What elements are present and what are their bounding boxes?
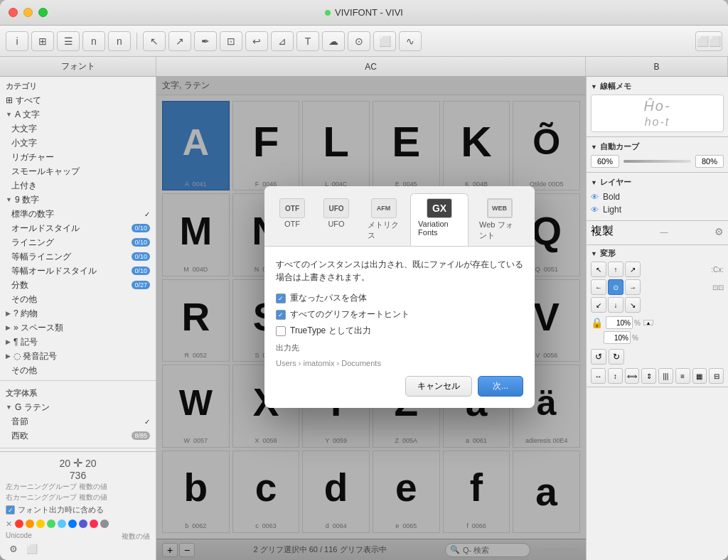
text-tool[interactable]: T bbox=[296, 31, 319, 51]
list-button[interactable]: ☰ bbox=[57, 31, 80, 51]
scale-y-input[interactable] bbox=[604, 331, 631, 344]
color-dot-lightblue[interactable] bbox=[58, 519, 66, 528]
sidebar-item-oldstyle[interactable]: オールドスタイル 0/10 bbox=[0, 221, 156, 235]
align-v-button[interactable]: ⇕ bbox=[641, 368, 656, 384]
glyph-cell-b[interactable]: b b 0062 bbox=[162, 451, 230, 533]
tab-otf[interactable]: OTF OTF bbox=[272, 193, 313, 246]
sidebar-item-lining[interactable]: ライニング 0/10 bbox=[0, 235, 156, 249]
color-dot-gray[interactable] bbox=[100, 519, 109, 528]
nudge-bl-button[interactable]: ↙ bbox=[591, 297, 606, 313]
rect-tool[interactable]: ⊡ bbox=[220, 31, 242, 51]
tab-web[interactable]: WEB Web フォント bbox=[471, 193, 528, 246]
nudge-right-button[interactable]: → bbox=[625, 279, 641, 295]
info-button[interactable]: i bbox=[6, 31, 28, 51]
add-glyph-button[interactable]: + bbox=[162, 543, 178, 557]
flip-h-button[interactable]: ↔ bbox=[591, 368, 606, 384]
sidebar-item-lowercase[interactable]: 小文字 bbox=[0, 136, 156, 150]
sidebar-item-characters[interactable]: ▼ A 文字 bbox=[0, 107, 156, 122]
sidebar-item-tabular-lining[interactable]: 等幅ライニング 0/10 bbox=[0, 249, 156, 264]
minimize-button[interactable] bbox=[23, 8, 33, 17]
curve-input-1[interactable] bbox=[591, 155, 619, 168]
eye-icon-bold[interactable]: 👁 bbox=[591, 193, 599, 201]
curve-slider[interactable] bbox=[623, 160, 691, 163]
cursor-tool[interactable]: ↖ bbox=[143, 31, 166, 51]
glyph-cell-a2[interactable]: a bbox=[513, 451, 580, 533]
select-tool[interactable]: ↗ bbox=[168, 31, 191, 51]
nudge-tr-button[interactable]: ↗ bbox=[625, 262, 641, 277]
sidebar-item-superior[interactable]: 上付き bbox=[0, 178, 156, 193]
glyph-cell-Otilde[interactable]: Õ Otilde 00D5 bbox=[513, 101, 580, 190]
undo-tool[interactable]: ↩ bbox=[245, 31, 268, 51]
tab-metrics[interactable]: AFM メトリクス bbox=[360, 193, 407, 246]
maximize-button[interactable] bbox=[38, 8, 48, 17]
sidebar-item-other[interactable]: その他 bbox=[0, 363, 156, 377]
settings-gear-button[interactable]: ⚙ bbox=[6, 542, 21, 556]
sidebar-item-standard-nums[interactable]: 標準の数字 ✓ bbox=[0, 207, 156, 221]
nudge-tl-button[interactable]: ↖ bbox=[591, 262, 606, 277]
distribute-h-button[interactable]: ||| bbox=[658, 368, 673, 384]
cloud-tool[interactable]: ☁ bbox=[322, 31, 345, 51]
checkbox-autohint[interactable]: ✓ bbox=[276, 310, 286, 320]
glyph-cell-F[interactable]: F F 0046 bbox=[232, 101, 300, 190]
distribute-v-button[interactable]: ≡ bbox=[675, 368, 690, 384]
scale-x-input[interactable] bbox=[606, 316, 633, 329]
glyph-cell-M[interactable]: M M 004D bbox=[162, 193, 230, 276]
sidebar-item-smallcap[interactable]: スモールキャップ bbox=[0, 164, 156, 178]
font-output-checkbox[interactable]: ✓ bbox=[6, 505, 15, 515]
color-x-button[interactable]: ✕ bbox=[6, 519, 12, 529]
sidebar-item-western[interactable]: 西欧 8/85 bbox=[0, 429, 156, 443]
glyph-cell-L[interactable]: L L 004C bbox=[302, 101, 370, 190]
color-dot-blue[interactable] bbox=[68, 519, 77, 528]
sidebar-item-other-nums[interactable]: その他 bbox=[0, 292, 156, 306]
sidebar-item-numbers[interactable]: ▼ 9 数字 bbox=[0, 193, 156, 207]
color-dot-green[interactable] bbox=[47, 519, 55, 528]
export-button[interactable]: ⬜ bbox=[24, 542, 40, 556]
align-h-button[interactable]: ⟺ bbox=[625, 368, 640, 384]
grid-button-2[interactable]: ⊟ bbox=[709, 368, 724, 384]
nudge-br-button[interactable]: ↘ bbox=[625, 297, 641, 313]
next-button[interactable]: 次... bbox=[478, 376, 523, 397]
curve-tool[interactable]: ∿ bbox=[399, 31, 422, 51]
rotate-ccw-button[interactable]: ↺ bbox=[591, 349, 606, 365]
color-dot-yellow[interactable] bbox=[36, 519, 45, 528]
search-box[interactable]: 🔍 bbox=[445, 543, 530, 557]
tab-variation[interactable]: GX Variation Fonts bbox=[410, 193, 469, 246]
stroke-memo-header[interactable]: ▼ 線幅メモ bbox=[591, 81, 724, 92]
glyph-cell-K[interactable]: K K 004B bbox=[443, 101, 510, 190]
sidebar-item-diacritics[interactable]: ▶ ◌ 発音記号 bbox=[0, 349, 156, 363]
close-button[interactable] bbox=[9, 8, 18, 17]
color-dot-red[interactable] bbox=[15, 519, 23, 528]
flip-v-button[interactable]: ↕ bbox=[608, 368, 623, 384]
preview2-button[interactable]: n bbox=[108, 31, 131, 51]
rect2-tool[interactable]: ⬜ bbox=[373, 31, 396, 51]
grid-button[interactable]: ⊞ bbox=[31, 31, 54, 51]
sidebar-item-ligature[interactable]: リガチャー bbox=[0, 150, 156, 164]
preview-button[interactable]: n bbox=[82, 31, 105, 51]
checkbox-merge-paths[interactable]: ✓ bbox=[276, 294, 286, 303]
glyph-cell-E[interactable]: E E 0045 bbox=[373, 101, 440, 190]
glyph-cell-e[interactable]: e e 0065 bbox=[373, 451, 440, 533]
rotate-cw-button[interactable]: ↻ bbox=[609, 349, 624, 365]
checkbox-truetype[interactable] bbox=[276, 326, 286, 336]
nudge-left-button[interactable]: ← bbox=[591, 279, 606, 295]
eye-icon-light[interactable]: 👁 bbox=[591, 205, 599, 214]
sidebar-item-latin[interactable]: ▼ G ラテン bbox=[0, 400, 156, 414]
sidebar-item-symbols[interactable]: ▶ ¶ 記号 bbox=[0, 335, 156, 349]
zoom-tool[interactable]: ⊙ bbox=[348, 31, 370, 51]
sidebar-item-uppercase[interactable]: 大文字 bbox=[0, 122, 156, 136]
sidebar-item-fractions[interactable]: 分数 0/27 bbox=[0, 278, 156, 292]
glyph-cell-f[interactable]: f f 0066 bbox=[443, 451, 510, 533]
tab-ufo[interactable]: UFO UFO bbox=[316, 193, 357, 246]
sidebar-item-all[interactable]: ⊞ すべて bbox=[0, 93, 156, 107]
color-dot-pink[interactable] bbox=[90, 519, 98, 528]
lock-icon[interactable]: 🔒 bbox=[591, 317, 603, 328]
sidebar-item-spaces[interactable]: ▶ » スペース類 bbox=[0, 321, 156, 335]
measure-tool[interactable]: ⊿ bbox=[271, 31, 294, 51]
curve-input-2[interactable] bbox=[695, 155, 724, 168]
scroll-slider[interactable] bbox=[537, 548, 580, 552]
glyph-cell-d[interactable]: d d 0064 bbox=[302, 451, 370, 533]
split-view-button[interactable]: ⬜⬜ bbox=[695, 31, 722, 51]
glyph-cell-W[interactable]: W W 0057 bbox=[162, 365, 230, 447]
glyph-cell-c[interactable]: c c 0063 bbox=[232, 451, 300, 533]
color-dot-purple[interactable] bbox=[79, 519, 87, 528]
